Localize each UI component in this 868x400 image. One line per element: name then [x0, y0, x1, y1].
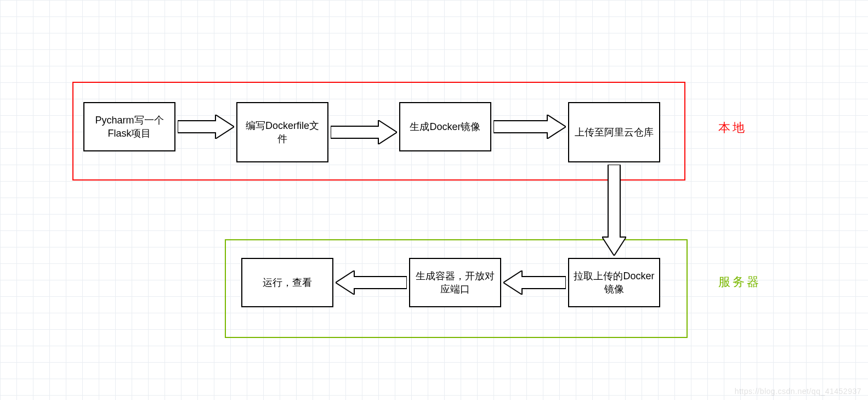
- node-n4: 上传至阿里云仓库: [568, 102, 660, 162]
- node-n6: 生成容器，开放对应端口: [409, 258, 501, 307]
- watermark-text: https://blog.csdn.net/qq_41452937: [735, 387, 861, 396]
- node-n2: 编写Dockerfile文件: [236, 102, 328, 162]
- region-label-local: 本地: [718, 120, 747, 136]
- region-label-server: 服务器: [718, 274, 761, 290]
- node-n3: 生成Docker镜像: [399, 102, 491, 151]
- node-n1: Pycharm写一个Flask项目: [83, 102, 175, 151]
- node-n7: 运行，查看: [241, 258, 333, 307]
- node-n5: 拉取上传的Docker镜像: [568, 258, 660, 307]
- diagram-canvas: 本地服务器Pycharm写一个Flask项目编写Dockerfile文件生成Do…: [0, 0, 868, 400]
